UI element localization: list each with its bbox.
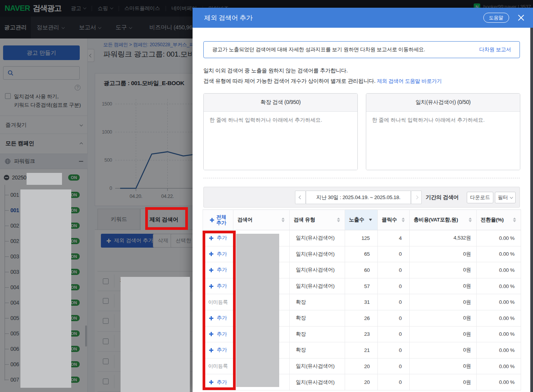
cost-cell: 0원 — [410, 374, 477, 390]
dashed-divider — [203, 178, 520, 178]
clicks-cell: 0 — [378, 246, 410, 262]
impressions-cell: 23 — [345, 326, 378, 342]
clicks-column-header[interactable]: 클릭수 — [378, 210, 410, 230]
plus-icon — [210, 218, 214, 222]
impressions-cell: 20 — [345, 374, 378, 390]
multidimensional-report-link[interactable]: 다차원 보고서 — [479, 46, 511, 53]
expanded-search-panel: 확장 검색 (0/950) — [203, 93, 358, 170]
cost-cell: 0원 — [410, 310, 477, 326]
cvr-cell: 0.00 % — [477, 230, 521, 246]
modal-description: 일치 이외 검색어 중 노출을 원하지 않는 검색어를 추가합니다. 검색 유형… — [203, 65, 442, 86]
clicks-cell: 0 — [378, 310, 410, 326]
close-icon[interactable] — [517, 14, 525, 22]
chevron-right-icon — [414, 196, 418, 199]
modal-dim-overlay — [193, 0, 533, 8]
clicks-cell: 4 — [378, 230, 410, 246]
modal-title: 제외 검색어 추가 — [204, 13, 253, 22]
period-suffix-label: 기간의 검색어 — [426, 187, 459, 208]
expanded-search-panel-title: 확장 검색 (0/950) — [204, 94, 357, 112]
clicks-cell: 0 — [378, 342, 410, 358]
impressions-cell: 20 — [345, 358, 378, 374]
redaction-box — [27, 173, 62, 185]
clicks-cell: 0 — [378, 326, 410, 342]
search-type-cell: 확장 — [290, 326, 345, 342]
exact-match-panel-title: 일치(유사검색어) (0/50) — [366, 94, 520, 112]
search-type-cell: 일치(유사검색어) — [290, 230, 345, 246]
redaction-box — [236, 234, 279, 387]
cvr-cell: 0.00 % — [477, 326, 521, 342]
expanded-search-textarea[interactable] — [204, 112, 357, 170]
search-type-cell: 확장 — [290, 310, 345, 326]
exact-match-panel: 일치(유사검색어) (0/50) — [366, 93, 520, 170]
impressions-cell: 26 — [345, 310, 378, 326]
search-type-cell: 일치(유사검색어) — [290, 358, 345, 374]
cvr-cell: 0.00 % — [477, 342, 521, 358]
sort-icon[interactable] — [337, 218, 340, 222]
clicks-cell: 0 — [378, 374, 410, 390]
cost-cell: 0원 — [410, 262, 477, 278]
search-type-cell: 일치(유사검색어) — [290, 262, 345, 278]
cvr-cell: 0.00 % — [477, 246, 521, 262]
cvr-cell: 0.00 % — [477, 358, 521, 374]
impressions-cell: 60 — [345, 262, 378, 278]
cost-cell: 4,532원 — [410, 230, 477, 246]
search-type-cell: 일치(유사검색어) — [290, 374, 345, 390]
clicks-cell: 0 — [378, 278, 410, 294]
cost-cell: 0원 — [410, 246, 477, 262]
previous-period-button[interactable] — [295, 191, 306, 204]
cvr-column-header[interactable]: 전환율(%) — [477, 210, 521, 230]
clicks-cell: 0 — [378, 358, 410, 374]
sort-icon[interactable] — [282, 218, 285, 222]
sort-icon[interactable] — [402, 218, 405, 222]
impressions-cell: 31 — [345, 294, 378, 310]
sort-descending-icon[interactable] — [369, 219, 372, 221]
search-type-cell: 일치(유사검색어) — [290, 246, 345, 262]
impressions-cell: 65 — [345, 246, 378, 262]
redaction-box — [20, 189, 71, 388]
clicks-cell: 0 — [378, 262, 410, 278]
help-button[interactable]: 도움말 — [483, 13, 510, 23]
multidimensional-report-notice: 광고가 노출되었던 검색어에 대해 자세한 성과지표를 보기 원하면 다차원 보… — [203, 41, 520, 58]
annotation-red-box-tab — [145, 207, 188, 230]
excluded-keyword-help-link[interactable]: 제외 검색어 도움말 바로가기 — [377, 78, 442, 84]
redaction-box — [121, 277, 190, 392]
cvr-cell: 0.00 % — [477, 262, 521, 278]
impressions-cell: 21 — [345, 342, 378, 358]
cvr-cell: 0.00 % — [477, 374, 521, 390]
impressions-cell: 57 — [345, 278, 378, 294]
impressions-cell: 125 — [345, 230, 378, 246]
modal-header: 제외 검색어 추가 도움말 — [193, 8, 533, 28]
screen: NAVER 검색광고 광고 쇼핑 스마트플레이스 네이버페이 마이비즈 N bo… — [0, 0, 533, 392]
cost-cell: 0원 — [410, 358, 477, 374]
cost-cell: 0원 — [410, 326, 477, 342]
filter-dropdown[interactable]: 필터 — [495, 192, 516, 203]
cvr-cell: 0.00 % — [477, 310, 521, 326]
sort-icon[interactable] — [469, 218, 472, 222]
search-type-cell: 확장 — [290, 342, 345, 358]
sort-icon[interactable] — [513, 218, 516, 222]
clicks-cell: 0 — [378, 294, 410, 310]
cost-column-header[interactable]: 총비용(VAT포함,원) — [410, 210, 477, 230]
download-button[interactable]: 다운로드 — [467, 192, 493, 203]
add-all-column-header[interactable]: 전체추가 — [203, 210, 233, 230]
cost-cell: 0원 — [410, 294, 477, 310]
page-scrollbar[interactable] — [530, 28, 533, 392]
next-period-button[interactable] — [411, 191, 422, 204]
period-display: 지난 30일 : 2025.04.19. ~ 2025.05.18. — [306, 191, 411, 204]
chevron-down-icon — [510, 196, 513, 199]
chevron-left-icon — [298, 196, 302, 199]
keyword-input-panels: 확장 검색 (0/950) 일치(유사검색어) (0/50) — [203, 93, 520, 170]
cost-cell: 0원 — [410, 278, 477, 294]
annotation-red-box-add-column — [203, 231, 236, 390]
cvr-cell: 0.00 % — [477, 278, 521, 294]
keyword-column-header[interactable]: 검색어 — [233, 210, 290, 230]
exact-match-textarea[interactable] — [366, 112, 520, 170]
period-toolbar: 지난 30일 : 2025.04.19. ~ 2025.05.18. 기간의 검… — [203, 187, 520, 208]
cost-cell: 0원 — [410, 342, 477, 358]
add-excluded-keyword-modal: 제외 검색어 추가 도움말 광고가 노출되었던 검색어에 대해 자세한 성과지표… — [193, 8, 533, 392]
cvr-cell: 0.00 % — [477, 294, 521, 310]
search-type-cell: 일치(유사검색어) — [290, 278, 345, 294]
impressions-column-header[interactable]: 노출수 — [345, 210, 378, 230]
search-type-column-header[interactable]: 검색 유형 — [290, 210, 345, 230]
search-type-cell: 확장 — [290, 294, 345, 310]
